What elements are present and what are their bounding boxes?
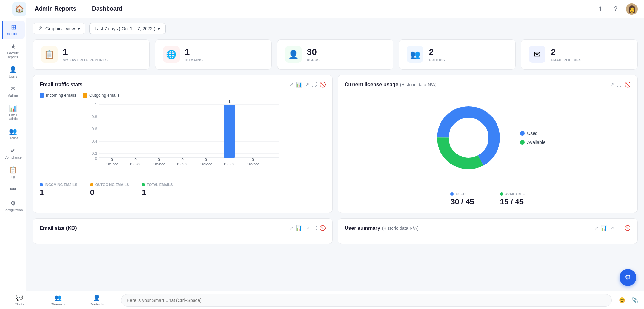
sidebar-item-favorite-reports[interactable]: ★ Favorite reports: [2, 40, 25, 62]
groups-card-icon: 👥: [407, 46, 423, 63]
email-size-fullscreen-icon[interactable]: ⛶: [312, 225, 317, 231]
email-size-share-icon[interactable]: ↗: [305, 225, 309, 231]
incoming-legend-label: Incoming emails: [46, 93, 76, 98]
sidebar-item-groups[interactable]: 👥 Groups: [2, 125, 25, 143]
help-button[interactable]: ?: [611, 4, 621, 14]
stat-card-users[interactable]: 👤 30 USERS: [277, 39, 394, 70]
upload-button[interactable]: ⬆: [595, 4, 605, 14]
bottom-attach-icon[interactable]: 📎: [630, 295, 640, 305]
bottom-nav: 💬 Chats 👥 Channels 👤 Contacts 😊 📎: [0, 291, 644, 309]
sidebar-item-dashboard[interactable]: ⊞ Dashboard: [2, 21, 25, 39]
chats-nav-label: Chats: [15, 302, 24, 306]
sidebar-label-email-statistics: Email statistics: [3, 113, 24, 121]
svg-text:10/7/22: 10/7/22: [247, 162, 259, 166]
svg-text:0: 0: [205, 158, 207, 162]
svg-text:0.8: 0.8: [92, 115, 97, 119]
email-traffic-title: Email traffic stats: [40, 82, 82, 88]
user-avatar[interactable]: 👩: [626, 3, 638, 15]
donut-chart-svg: [430, 99, 507, 176]
incoming-legend-dot: [40, 93, 44, 98]
stat-info-users: 30 USERS: [307, 47, 320, 62]
user-summary-share-icon[interactable]: ↗: [610, 225, 614, 231]
bottom-nav-right: 😊 📎: [617, 295, 644, 305]
graphical-view-button[interactable]: ⏱ Graphical view ▾: [33, 23, 85, 34]
stat-card-favorite-reports[interactable]: 📋 1 MY FAVORITE REPORTS: [33, 39, 150, 70]
used-dot: [520, 131, 525, 136]
sidebar-item-configuration[interactable]: ⚙ Configuration: [2, 197, 25, 215]
svg-rect-23: [224, 105, 235, 158]
share-icon[interactable]: ↗: [305, 81, 309, 88]
stat-card-email-policies[interactable]: ✉ 2 EMAIL POLICIES: [521, 39, 638, 70]
bottom-nav-contacts[interactable]: 👤 Contacts: [77, 292, 116, 309]
favorite-reports-number: 1: [63, 47, 108, 57]
total-stat-label: TOTAL EMAILS: [142, 183, 173, 187]
user-summary-hide-icon[interactable]: 🚫: [624, 225, 631, 231]
used-stat-dot: [450, 192, 454, 196]
fab-icon: ⚙: [625, 273, 631, 282]
users-icon: 👤: [9, 66, 17, 73]
hide-icon[interactable]: 🚫: [319, 81, 326, 88]
sidebar-label-favorite-reports: Favorite reports: [3, 52, 24, 59]
bottom-row: Email size (KB) ⤢ 📊 ↗ ⛶ 🚫 User summary (…: [33, 218, 638, 244]
svg-text:0.4: 0.4: [92, 139, 97, 144]
stat-card-groups[interactable]: 👥 2 GROUPS: [399, 39, 516, 70]
sidebar-item-more[interactable]: •••: [2, 183, 25, 195]
groups-label: GROUPS: [429, 58, 445, 62]
sidebar-item-compliance[interactable]: ✔ Compliance: [2, 144, 25, 162]
contacts-nav-label: Contacts: [90, 302, 103, 306]
chevron-down-icon: ▾: [78, 26, 80, 31]
available-stat-dot: [500, 192, 503, 196]
email-policies-label: EMAIL POLICIES: [551, 58, 581, 62]
sidebar-item-logs[interactable]: 📋 Logs: [2, 164, 25, 182]
domains-label: DOMAINS: [185, 58, 203, 62]
sidebar: ⊞ Dashboard ★ Favorite reports 👤 Users ✉…: [0, 18, 26, 309]
favorite-reports-icon: ★: [10, 42, 16, 50]
fullscreen-icon[interactable]: ⛶: [312, 82, 317, 88]
expand-icon[interactable]: ⤢: [289, 81, 293, 88]
smart-chat-input[interactable]: [121, 294, 612, 307]
user-summary-expand-icon[interactable]: ⤢: [594, 225, 598, 231]
user-summary-card: User summary (Historic data N/A) ⤢ 📊 ↗ ⛶…: [338, 218, 638, 244]
domains-card-icon: 🌐: [163, 46, 180, 63]
email-size-expand-icon[interactable]: ⤢: [289, 225, 293, 231]
domains-number: 1: [185, 47, 203, 57]
stat-info-favorite-reports: 1 MY FAVORITE REPORTS: [63, 47, 108, 62]
email-size-bar-icon[interactable]: 📊: [296, 225, 302, 231]
bottom-nav-chats[interactable]: 💬 Chats: [0, 292, 39, 309]
bar-chart-icon[interactable]: 📊: [296, 81, 302, 88]
sidebar-label-mailbox: Mailbox: [7, 94, 18, 98]
email-size-hide-icon[interactable]: 🚫: [319, 225, 326, 231]
chats-nav-icon: 💬: [16, 294, 23, 301]
bar-chart-svg: 1 0.8 0.6 0.4 0.2 0 0 10/1/22 0 10/2/22 …: [40, 101, 326, 172]
total-dot: [142, 183, 145, 186]
used-legend-label: Used: [527, 131, 538, 136]
license-hide-icon[interactable]: 🚫: [624, 81, 631, 88]
bottom-emoji-icon[interactable]: 😊: [617, 295, 627, 305]
license-fullscreen-icon[interactable]: ⛶: [617, 82, 622, 88]
license-share-icon[interactable]: ↗: [610, 81, 614, 88]
users-card-icon: 👤: [285, 46, 302, 63]
bottom-nav-channels[interactable]: 👥 Channels: [39, 292, 77, 309]
svg-text:1: 1: [95, 102, 97, 107]
stat-cards-row: 📋 1 MY FAVORITE REPORTS 🌐 1 DOMAINS 👤 30…: [33, 39, 638, 70]
stat-card-domains[interactable]: 🌐 1 DOMAINS: [155, 39, 272, 70]
email-policies-card-icon: ✉: [529, 46, 545, 63]
email-stats-row: INCOMING EMAILS 1 OUTGOING EMAILS 0: [40, 179, 326, 197]
email-policies-number: 2: [551, 47, 581, 57]
outgoing-stat: OUTGOING EMAILS 0: [90, 183, 129, 197]
sidebar-item-users[interactable]: 👤 Users: [2, 63, 25, 81]
user-summary-bar-icon[interactable]: 📊: [601, 225, 607, 231]
date-chevron-icon: ▾: [158, 26, 160, 31]
sidebar-item-mailbox[interactable]: ✉ Mailbox: [2, 82, 25, 100]
stat-info-email-policies: 2 EMAIL POLICIES: [551, 47, 581, 62]
fab-button[interactable]: ⚙: [620, 269, 636, 286]
email-size-title: Email size (KB): [40, 225, 77, 231]
user-summary-fullscreen-icon[interactable]: ⛶: [617, 225, 622, 231]
date-range-button[interactable]: Last 7 days ( Oct 1 – 7, 2022 ) ▾: [89, 23, 166, 34]
used-stat: USED 30 / 45: [450, 192, 474, 206]
sidebar-item-email-statistics[interactable]: 📊 Email statistics: [2, 102, 25, 124]
channels-nav-label: Channels: [51, 302, 65, 306]
svg-text:0: 0: [158, 158, 160, 162]
favorite-reports-label: MY FAVORITE REPORTS: [63, 58, 108, 62]
users-label: USERS: [307, 58, 320, 62]
